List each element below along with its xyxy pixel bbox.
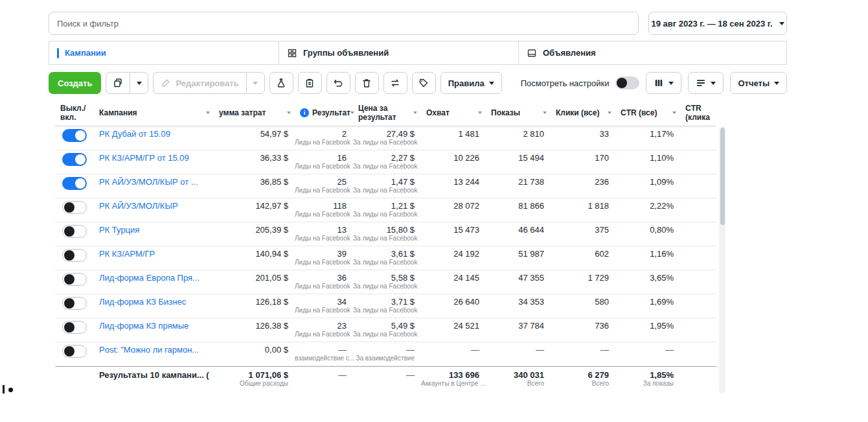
result-sublabel: Лиды на Facebook bbox=[295, 235, 347, 242]
column-header-clicks[interactable]: Клики (все) bbox=[551, 107, 615, 119]
column-header-ctr[interactable]: CTR (все) bbox=[615, 107, 680, 119]
cost-per-result-value: 27,49 $ bbox=[353, 129, 415, 139]
campaign-toggle[interactable] bbox=[62, 177, 87, 190]
campaign-name-link[interactable]: РК КЗ/АРМ/ГР bbox=[99, 249, 155, 259]
ctr-value: 1,10% bbox=[615, 153, 674, 163]
spend-cell: 54,97 $ bbox=[214, 126, 295, 139]
ctr-cell: 1,09% bbox=[615, 174, 680, 187]
view-settings-toggle[interactable] bbox=[615, 76, 639, 89]
column-header-impressions[interactable]: Показы bbox=[486, 107, 551, 119]
campaign-name-link[interactable]: Лид-форма КЗ Бизнес bbox=[99, 297, 186, 307]
campaign-name-link[interactable]: РК АЙ/УЗ/МОЛ/КЫР bbox=[99, 201, 178, 211]
campaign-toggle[interactable] bbox=[62, 273, 87, 286]
campaign-toggle[interactable] bbox=[62, 297, 87, 310]
campaign-toggle[interactable] bbox=[62, 153, 87, 166]
breakdown-button[interactable] bbox=[688, 72, 724, 94]
toggle-cell bbox=[55, 342, 94, 358]
columns-button[interactable] bbox=[646, 72, 681, 94]
result-value: 34 bbox=[295, 297, 347, 307]
search-input[interactable] bbox=[49, 12, 639, 35]
duplicate-dropdown-button[interactable] bbox=[130, 72, 148, 94]
campaign-toggle[interactable] bbox=[62, 129, 87, 142]
result-sublabel: Лиды на Facebook bbox=[295, 259, 347, 266]
impressions-cell: — bbox=[486, 342, 551, 355]
info-icon: i bbox=[300, 108, 309, 117]
column-header-ctr-clicks[interactable]: CTR (клика bbox=[680, 102, 716, 123]
campaign-name-link[interactable]: РК КЗ/АРМ/ГР от 15.09 bbox=[99, 153, 189, 163]
campaign-name-link[interactable]: Лид-форма Европа Пря... bbox=[99, 273, 200, 283]
campaign-name-link[interactable]: Post: "Можно ли гармон... bbox=[99, 345, 199, 355]
column-header-reach[interactable]: Охват bbox=[421, 107, 486, 119]
ctr-value: 1,69% bbox=[615, 297, 674, 307]
clicks-cell: 1 729 bbox=[551, 270, 615, 283]
clicks-value: — bbox=[551, 345, 609, 355]
toggle-knob bbox=[64, 322, 74, 333]
duplicate-button[interactable] bbox=[106, 72, 130, 94]
clipboard-button[interactable] bbox=[298, 72, 322, 94]
sort-caret-icon bbox=[478, 111, 482, 114]
table-row: РК АЙ/УЗ/МОЛ/КЫР от ...36,85 $25Лиды на … bbox=[55, 174, 716, 198]
campaign-toggle[interactable] bbox=[62, 321, 87, 334]
top-bar: 19 авг 2023 г. — 18 сен 2023 г. bbox=[49, 12, 787, 35]
campaign-name-cell: РК АЙ/УЗ/МОЛ/КЫР bbox=[94, 198, 214, 211]
edit-button[interactable]: Редактировать bbox=[153, 72, 246, 94]
toggle-cell bbox=[55, 198, 94, 214]
toggle-knob bbox=[75, 130, 86, 141]
delete-button[interactable] bbox=[355, 72, 379, 94]
table-row: РК КЗ/АРМ/ГР140,94 $39Лиды на Facebook3,… bbox=[55, 246, 716, 270]
pencil-icon bbox=[161, 78, 171, 88]
cost-per-result-sublabel: За взаимодействие bbox=[353, 355, 415, 362]
cost-per-result-cell: 27,49 $За лиды на Facebook bbox=[353, 126, 421, 147]
reach-cell: 24 192 bbox=[421, 246, 486, 259]
impressions-cell: 46 644 bbox=[486, 222, 551, 235]
reports-button[interactable]: Отчеты bbox=[730, 72, 787, 94]
column-header-campaign[interactable]: Кампания bbox=[94, 107, 214, 119]
column-header-result[interactable]: i Результат bbox=[295, 107, 353, 119]
toggle-knob bbox=[64, 250, 74, 261]
campaign-name-link[interactable]: РК АЙ/УЗ/МОЛ/КЫР от ... bbox=[99, 177, 198, 187]
totals-spend-value: 1 071,06 $ bbox=[214, 370, 288, 380]
spend-value: 36,85 $ bbox=[214, 177, 288, 187]
create-button[interactable]: Создать bbox=[49, 72, 101, 94]
ctr-clicks-cell bbox=[680, 342, 716, 345]
ctr-value: 1,16% bbox=[615, 249, 674, 259]
ctr-cell: 0,80% bbox=[615, 222, 680, 235]
tab-ad-sets[interactable]: Группы объявлений bbox=[279, 41, 519, 64]
scrollbar-thumb[interactable] bbox=[720, 128, 725, 225]
campaign-toggle[interactable] bbox=[62, 201, 87, 214]
tag-button[interactable] bbox=[412, 72, 436, 94]
ab-test-button[interactable] bbox=[269, 72, 293, 94]
campaign-toggle[interactable] bbox=[62, 249, 87, 262]
spend-value: 54,97 $ bbox=[214, 129, 288, 139]
cost-per-result-sublabel: За лиды на Facebook bbox=[353, 331, 415, 338]
toggle-cell bbox=[55, 150, 94, 166]
column-header-spend[interactable]: умма затрат bbox=[214, 107, 295, 119]
toggle-cell bbox=[55, 270, 94, 286]
export-button[interactable] bbox=[383, 72, 407, 94]
tab-campaigns[interactable]: Кампании bbox=[49, 41, 279, 64]
campaign-name-link[interactable]: РК Дубай от 15.09 bbox=[99, 129, 170, 139]
campaign-toggle[interactable] bbox=[62, 345, 87, 358]
impressions-value: 47 355 bbox=[486, 273, 544, 283]
cost-per-result-sublabel: За лиды на Facebook bbox=[353, 187, 415, 194]
cost-per-result-value: 15,80 $ bbox=[353, 225, 415, 235]
rules-button[interactable]: Правила bbox=[440, 72, 502, 94]
ctr-value: 3,65% bbox=[615, 273, 674, 283]
edit-dropdown-button[interactable] bbox=[246, 72, 265, 94]
cost-per-result-value: 3,61 $ bbox=[353, 249, 415, 259]
campaign-name-link[interactable]: Лид-форма КЗ прямые bbox=[99, 321, 188, 331]
campaign-toggle[interactable] bbox=[62, 225, 87, 238]
spend-value: 126,38 $ bbox=[214, 321, 288, 331]
campaign-name-link[interactable]: РК Турция bbox=[99, 225, 139, 235]
impressions-value: 34 353 bbox=[486, 297, 544, 307]
spend-cell: 205,39 $ bbox=[214, 222, 295, 235]
screen-artifact-bar bbox=[3, 385, 5, 393]
totals-ctr-sublabel: За показы bbox=[615, 380, 674, 388]
ctr-clicks-cell bbox=[680, 150, 716, 153]
cost-per-result-cell: 5,58 $За лиды на Facebook bbox=[353, 270, 421, 290]
date-range-selector[interactable]: 19 авг 2023 г. — 18 сен 2023 г. bbox=[648, 12, 787, 35]
undo-button[interactable] bbox=[326, 72, 350, 94]
column-header-cost-per-result[interactable]: Цена за результат bbox=[353, 102, 421, 123]
undo-icon bbox=[333, 78, 343, 88]
tab-ads[interactable]: Объявления bbox=[519, 41, 786, 64]
